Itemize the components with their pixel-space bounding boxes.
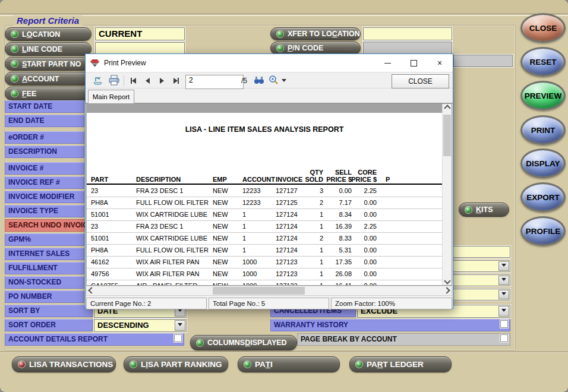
- zoom-icon[interactable]: [269, 75, 279, 85]
- led-icon: [11, 60, 18, 68]
- print-button[interactable]: PRINT: [520, 115, 566, 145]
- vertical-scrollbar[interactable]: [442, 104, 452, 285]
- chevron-down-icon[interactable]: [498, 276, 509, 285]
- search-icon[interactable]: [253, 75, 265, 85]
- scroll-down-icon[interactable]: [443, 277, 452, 285]
- led-icon: [276, 45, 284, 52]
- profile-button[interactable]: PROFILE: [520, 216, 566, 246]
- dialog-title: Print Preview: [104, 59, 146, 67]
- horizontal-scrollbar[interactable]: [86, 286, 452, 296]
- export-button[interactable]: EXPORT: [520, 182, 566, 212]
- label-warranty-history: WARRANTY HISTORY: [270, 319, 510, 331]
- right-input-1[interactable]: [453, 246, 510, 258]
- reset-button[interactable]: RESET: [520, 47, 566, 77]
- last-page-icon[interactable]: [170, 75, 182, 87]
- warranty-history-checkbox[interactable]: [500, 320, 508, 328]
- next-page-icon[interactable]: [156, 75, 168, 87]
- dialog-titlebar[interactable]: Print Preview ×: [86, 54, 453, 72]
- tab-main-report[interactable]: Main Report: [88, 90, 134, 103]
- start-part-no-button[interactable]: START PART NO: [5, 57, 91, 71]
- led-icon: [11, 75, 18, 83]
- scroll-up-icon[interactable]: [443, 104, 452, 112]
- pati-button[interactable]: PATI: [238, 356, 340, 372]
- horizontal-scroll-thumb[interactable]: [213, 287, 305, 295]
- right-select-2[interactable]: [453, 274, 510, 286]
- label-description: DESCRIPTION: [5, 146, 84, 158]
- vertical-scroll-thumb[interactable]: [443, 115, 451, 156]
- col-header-emp: EMP: [213, 166, 227, 183]
- chevron-down-icon[interactable]: [498, 306, 509, 317]
- table-row: 23FRA 23 DESC 1NEW1127124116.392.25: [87, 221, 442, 233]
- account-button[interactable]: ACCOUNT: [5, 72, 91, 86]
- location-input[interactable]: CURRENT: [95, 27, 185, 40]
- table-row: PH8AFULL FLOW OIL FILTERNEW112712415.310…: [87, 245, 442, 257]
- label-start-date: START DATE: [5, 100, 84, 113]
- label-invoice: INVOICE #: [5, 162, 84, 175]
- table-row: 51001WIX CARTRIDGE LUBENEW112712418.340.…: [87, 209, 442, 221]
- col-header-account: ACCOUNT: [242, 166, 275, 183]
- xfer-to-location-input[interactable]: [363, 27, 452, 40]
- hidden-row-field[interactable]: [453, 55, 513, 67]
- xfer-to-location-button[interactable]: XFER TO LOCATION: [270, 27, 361, 40]
- lisa-transactions-button[interactable]: LISA TRANSACTIONS: [12, 356, 116, 372]
- account-details-report-checkbox[interactable]: [174, 334, 182, 342]
- status-zoom-factor: Zoom Factor: 100%: [331, 298, 452, 309]
- preview-button[interactable]: PREVIEW: [520, 81, 566, 110]
- scroll-left-icon[interactable]: [87, 286, 96, 295]
- label-gpm: GPM%: [5, 233, 84, 246]
- col-header-core-price: CORE PRICE $: [348, 166, 377, 183]
- pn-code-button[interactable]: P/N CODE: [270, 42, 361, 55]
- top-band: [0, 0, 568, 14]
- col-header-p: P: [386, 166, 390, 183]
- dialog-close-button[interactable]: CLOSE: [392, 74, 449, 88]
- led-icon: [18, 361, 26, 368]
- minimize-icon[interactable]: [374, 54, 400, 72]
- table-row: 49756WIX AIR FILTER PANNEW1000127123126.…: [87, 268, 442, 280]
- fee-button[interactable]: FEE: [5, 87, 91, 100]
- print-preview-icon: [90, 59, 99, 67]
- label-invoice-type: INVOICE TYPE: [5, 205, 84, 217]
- table-row: CA10755AIR - PANEL FILTERNEW100012712311…: [87, 280, 442, 286]
- page-break-checkbox[interactable]: [500, 334, 508, 342]
- first-page-icon[interactable]: [127, 75, 139, 87]
- close-icon[interactable]: ×: [427, 54, 453, 72]
- label-internet-sales: INTERNET SALES: [5, 248, 84, 260]
- chevron-down-icon[interactable]: [175, 320, 185, 331]
- kits-button[interactable]: KITS: [459, 203, 509, 217]
- bottom-divider-highlight: [0, 352, 568, 353]
- print-icon[interactable]: [108, 75, 120, 86]
- sort-order-select[interactable]: DESCENDING: [94, 319, 187, 332]
- scroll-right-icon[interactable]: [442, 286, 452, 295]
- line-code-button[interactable]: LINE CODE: [5, 42, 91, 56]
- maximize-icon[interactable]: [400, 54, 427, 72]
- label-fulfillment: FULFILLMENT: [5, 262, 84, 274]
- right-select-1[interactable]: [453, 260, 510, 272]
- label-account-details-report: ACCOUNT DETAILS REPORT: [5, 333, 184, 346]
- table-row: 51001WIX CARTRIDGE LUBENEW112712428.330.…: [87, 233, 442, 245]
- chevron-down-icon[interactable]: [498, 261, 509, 271]
- col-header-part: PART: [91, 166, 108, 183]
- right-select-3[interactable]: [453, 289, 510, 301]
- app-window: Report Criteria LOCATION LINE CODE START…: [0, 0, 568, 392]
- toolbar-separator: [124, 75, 124, 86]
- close-button[interactable]: CLOSE: [520, 13, 566, 43]
- display-button[interactable]: DISPLAY: [520, 148, 566, 178]
- zoom-caret-icon[interactable]: [282, 79, 286, 84]
- part-ledger-button[interactable]: PART LEDGER: [349, 356, 452, 372]
- status-total-pages: Total Page No.: 5: [209, 298, 329, 309]
- status-current-page: Current Page No.: 2: [86, 298, 207, 309]
- prev-page-icon[interactable]: [141, 75, 153, 87]
- led-icon: [196, 339, 204, 347]
- page-title: Report Criteria: [13, 15, 83, 26]
- location-button[interactable]: LOCATION: [5, 27, 91, 41]
- columns-displayed-button[interactable]: COLUMNS DISPLAYED: [190, 335, 297, 350]
- export-icon[interactable]: [92, 75, 103, 86]
- top-band-divider: [0, 15, 568, 16]
- led-icon: [355, 361, 363, 368]
- pn-code-input[interactable]: [363, 42, 452, 55]
- lisa-part-ranking-button[interactable]: LISA PART RANKING: [124, 356, 228, 372]
- chevron-down-icon[interactable]: [498, 290, 509, 299]
- page-number-input[interactable]: 2: [185, 75, 244, 89]
- dialog-statusbar: Current Page No.: 2 Total Page No.: 5 Zo…: [86, 298, 452, 309]
- page-margin-band: [87, 104, 442, 113]
